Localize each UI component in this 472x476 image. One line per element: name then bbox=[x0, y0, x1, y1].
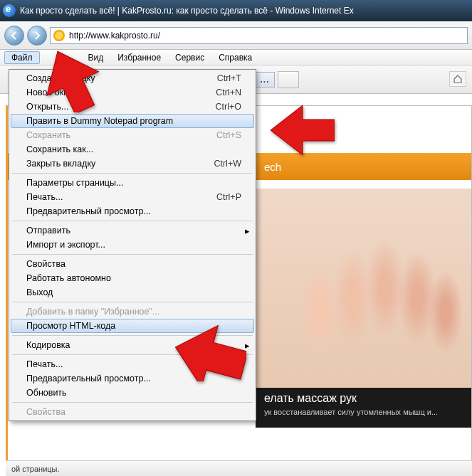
arrow-right-icon bbox=[32, 31, 42, 41]
menu-separator bbox=[12, 302, 253, 302]
menu-item-label: Сохранить bbox=[26, 130, 216, 140]
menubar: Файл Вид Избранное Сервис Справка bbox=[0, 50, 472, 65]
menu-item-shortcut: Ctrl+O bbox=[216, 102, 241, 112]
menu-item-label: Просмотр HTML-кода bbox=[26, 321, 241, 331]
menu-item-label: Обновить bbox=[26, 388, 241, 398]
menu-item[interactable]: Создать вкладкуCtrl+T bbox=[11, 71, 254, 85]
article-caption: елать массаж рук ук восстанавливает силу… bbox=[256, 388, 471, 428]
menu-separator bbox=[12, 173, 253, 174]
menu-item[interactable]: Отправить▸ bbox=[11, 223, 254, 238]
menu-separator bbox=[12, 354, 253, 355]
menu-item[interactable]: Свойства bbox=[11, 257, 254, 271]
submenu-arrow-icon: ▸ bbox=[245, 340, 250, 351]
menu-item-label: Сохранить как... bbox=[26, 144, 241, 154]
menu-item-shortcut: Ctrl+S bbox=[216, 130, 241, 140]
menu-item[interactable]: Печать...Ctrl+P bbox=[11, 190, 254, 204]
menu-item[interactable]: Править в Dummy Notepad program bbox=[11, 114, 254, 128]
file-menu-dropdown: Создать вкладкуCtrl+TНовое окноCtrl+NОтк… bbox=[9, 69, 256, 421]
address-bar[interactable] bbox=[50, 27, 468, 44]
caption-title: елать массаж рук bbox=[264, 392, 463, 405]
new-tab-button[interactable] bbox=[278, 71, 299, 88]
menu-item: Добавить в папку "Избранное"... bbox=[11, 305, 254, 319]
menu-item-label: Создать вкладку bbox=[26, 73, 217, 83]
search-placeholder[interactable]: Найти bbox=[285, 120, 318, 132]
menu-item-label: Свойства bbox=[26, 407, 241, 417]
menu-item[interactable]: Параметры страницы... bbox=[11, 176, 254, 190]
menu-separator bbox=[12, 335, 253, 336]
menu-file[interactable]: Файл bbox=[4, 51, 40, 64]
status-text: ой страницы. bbox=[11, 465, 60, 473]
menu-item[interactable]: Просмотр HTML-кода bbox=[11, 319, 254, 333]
menu-item-label: Печать... bbox=[26, 359, 241, 369]
menu-item[interactable]: Кодировка▸ bbox=[11, 338, 254, 352]
menu-item-label: Кодировка bbox=[26, 340, 241, 350]
menu-item-label: Закрыть вкладку bbox=[26, 159, 214, 169]
menu-item-label: Импорт и экспорт... bbox=[26, 240, 241, 250]
menu-item-label: Новое окно bbox=[26, 88, 216, 97]
url-input[interactable] bbox=[69, 31, 464, 41]
article-image bbox=[256, 189, 471, 388]
back-button[interactable] bbox=[4, 26, 24, 46]
menu-item-label: Править в Dummy Notepad program bbox=[26, 116, 241, 126]
menu-item[interactable]: Закрыть вкладкуCtrl+W bbox=[11, 157, 254, 171]
window-title: Как просто сделать всё! | KakProsto.ru: … bbox=[20, 6, 354, 16]
caption-subtitle: ук восстанавливает силу утомленных мышц … bbox=[264, 408, 463, 416]
menu-item[interactable]: Новое окноCtrl+N bbox=[11, 85, 254, 100]
menu-separator bbox=[12, 254, 253, 255]
menu-separator bbox=[12, 402, 253, 403]
window-titlebar: Как просто сделать всё! | KakProsto.ru: … bbox=[0, 0, 472, 21]
menu-item[interactable]: Предварительный просмотр... bbox=[11, 371, 254, 386]
menu-item-label: Предварительный просмотр... bbox=[26, 374, 241, 384]
nav-toolbar bbox=[0, 21, 472, 50]
menu-item-label: Предварительный просмотр... bbox=[26, 206, 241, 216]
menu-item-label: Добавить в папку "Избранное"... bbox=[26, 307, 241, 317]
forward-button[interactable] bbox=[27, 26, 47, 46]
menu-item-label: Открыть... bbox=[26, 102, 216, 112]
submenu-arrow-icon: ▸ bbox=[245, 226, 250, 236]
menu-item-label: Параметры страницы... bbox=[26, 178, 241, 188]
menu-separator bbox=[12, 221, 253, 221]
tab-overflow-button[interactable]: ... bbox=[255, 72, 275, 88]
menu-view[interactable]: Вид bbox=[81, 51, 111, 64]
statusbar: ой страницы. bbox=[6, 460, 472, 476]
category-text: ech bbox=[264, 161, 281, 173]
home-icon bbox=[453, 74, 463, 84]
menu-item-label: Свойства bbox=[26, 259, 241, 269]
menu-help[interactable]: Справка bbox=[211, 51, 259, 64]
menu-item-label: Работать автономно bbox=[26, 273, 241, 283]
menu-tools[interactable]: Сервис bbox=[168, 51, 211, 64]
menu-item[interactable]: Работать автономно bbox=[11, 271, 254, 285]
menu-item-label: Выход bbox=[26, 287, 241, 297]
menu-item[interactable]: Печать... bbox=[11, 357, 254, 371]
menu-item[interactable]: Открыть...Ctrl+O bbox=[11, 100, 254, 114]
site-icon bbox=[53, 30, 65, 41]
arrow-left-icon bbox=[9, 31, 19, 41]
menu-item-shortcut: Ctrl+T bbox=[217, 73, 241, 83]
menu-item-shortcut: Ctrl+W bbox=[214, 159, 241, 169]
menu-item: СохранитьCtrl+S bbox=[11, 128, 254, 142]
menu-item[interactable]: Обновить bbox=[11, 386, 254, 400]
menu-item[interactable]: Импорт и экспорт... bbox=[11, 238, 254, 252]
menu-item[interactable]: Выход bbox=[11, 285, 254, 300]
home-button[interactable] bbox=[449, 71, 466, 87]
menu-favorites[interactable]: Избранное bbox=[110, 51, 168, 64]
menu-item[interactable]: Предварительный просмотр... bbox=[11, 204, 254, 218]
menu-item-label: Отправить bbox=[26, 226, 241, 236]
menu-item-shortcut: Ctrl+N bbox=[216, 88, 241, 97]
menu-item: Свойства bbox=[11, 405, 254, 419]
menu-item[interactable]: Сохранить как... bbox=[11, 142, 254, 157]
menu-item-shortcut: Ctrl+P bbox=[216, 192, 241, 202]
ie-icon bbox=[3, 4, 16, 17]
menu-item-label: Печать... bbox=[26, 192, 216, 202]
